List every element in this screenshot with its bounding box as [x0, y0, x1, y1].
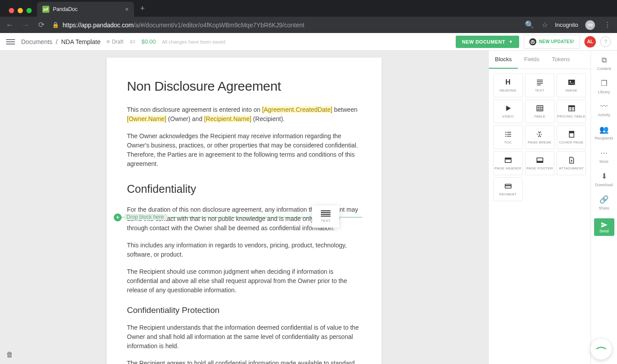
block-label: PAYMENT	[499, 192, 517, 196]
panel-tabs: Blocks Fields Tokens	[489, 51, 591, 69]
intro-paragraph-1[interactable]: This non disclosure agreement is entered…	[127, 105, 361, 124]
block-label: COVER PAGE	[559, 140, 584, 144]
block-table[interactable]: TABLE	[525, 99, 554, 123]
rail-content[interactable]: ⧉Content	[597, 56, 611, 71]
text-icon	[536, 78, 544, 86]
share-icon: 🔗	[599, 195, 609, 204]
document-title[interactable]: Non Disclosure Agreement	[127, 79, 361, 94]
token-owner-name[interactable]: [Owner.Name]	[127, 115, 166, 122]
block-heading[interactable]: HHEADING	[493, 74, 523, 97]
prot-paragraph-2[interactable]: The Recipient agrees to hold all confide…	[127, 359, 361, 364]
new-tab-button[interactable]: +	[134, 4, 151, 17]
document-page[interactable]: Non Disclosure Agreement This non disclo…	[107, 58, 382, 364]
block-cover[interactable]: COVER PAGE	[557, 125, 586, 149]
block-attachment[interactable]: ATTACHMENT	[557, 151, 586, 175]
block-pricing[interactable]: PRICING TABLE	[557, 99, 586, 123]
intro-paragraph-2[interactable]: The Owner acknowledges the Recipient may…	[127, 132, 361, 169]
url-input[interactable]: 🔒 https://app.pandadoc.com/a/#/document/…	[52, 22, 519, 29]
canvas[interactable]: Non Disclosure Agreement This non disclo…	[0, 51, 488, 364]
block-label: PAGE HEADER	[494, 166, 521, 170]
status-text: Draft	[112, 39, 123, 45]
more-icon: ⋯	[600, 148, 608, 158]
browser-tab[interactable]: pd PandaDoc ×	[37, 2, 134, 17]
status-dot-icon	[107, 40, 110, 43]
block-pageheader[interactable]: PAGE HEADER	[493, 151, 523, 175]
prot-paragraph-1[interactable]: The Recipient understands that the infor…	[127, 323, 361, 351]
rail-activity[interactable]: 〰Activity	[598, 102, 610, 117]
trash-button[interactable]: 🗑	[6, 351, 13, 359]
app-frame: Documents / NDA Template Draft 🏷 $0.00 A…	[0, 33, 617, 364]
block-label: PRICING TABLE	[557, 114, 585, 118]
breadcrumb: Documents / NDA Template	[21, 38, 100, 45]
rail-download[interactable]: ⬇Download	[595, 172, 613, 187]
rail-send-button[interactable]: Send	[594, 218, 614, 236]
new-document-label: NEW DOCUMENT	[462, 39, 505, 44]
hamburger-menu-button[interactable]	[6, 39, 15, 44]
url-path: /a/#/document/v1/editor/o4fKopWBm9cMqe7Y…	[134, 22, 305, 29]
rail-library[interactable]: ❐Library	[598, 79, 610, 94]
browser-reload-button[interactable]: ⟳	[36, 20, 47, 29]
window-maximize-icon[interactable]	[26, 8, 32, 13]
block-label: HEADING	[499, 88, 517, 92]
heading-icon: H	[505, 78, 511, 86]
block-pagebreak[interactable]: PAGE BREAK	[525, 125, 554, 149]
send-icon	[601, 221, 608, 228]
panda-icon: 🐼	[529, 38, 536, 45]
conf-paragraph-2[interactable]: This includes any information in regards…	[127, 241, 361, 259]
payment-icon	[504, 182, 512, 190]
status-badge: Draft	[107, 39, 123, 45]
chrome-menu-icon[interactable]: ⋮	[602, 20, 613, 29]
svg-rect-2	[537, 106, 543, 111]
lock-icon: 🔒	[52, 22, 59, 28]
favicon-icon: pd	[42, 6, 49, 13]
block-text[interactable]: TEXT	[525, 74, 554, 97]
block-label: IMAGE	[565, 88, 577, 92]
block-image[interactable]: IMAGE	[557, 74, 586, 97]
pricing-icon	[568, 104, 576, 112]
block-pagefooter[interactable]: PAGE FOOTER	[525, 151, 554, 175]
breadcrumb-separator: /	[56, 38, 58, 45]
new-updates-button[interactable]: 🐼 NEW UPDATES!	[524, 35, 580, 49]
workspace: Non Disclosure Agreement This non disclo…	[0, 51, 617, 364]
pageheader-icon	[504, 156, 512, 164]
block-toc[interactable]: TOC	[493, 125, 523, 149]
rail-recipients[interactable]: 👥Recipients	[595, 125, 613, 140]
cover-icon	[568, 130, 576, 138]
rail-more[interactable]: ⋯More	[599, 148, 609, 164]
breadcrumb-root[interactable]: Documents	[21, 38, 52, 45]
user-avatar[interactable]: AL	[584, 36, 596, 48]
conf-paragraph-3[interactable]: The Recipient should use common judgment…	[127, 267, 361, 295]
new-document-button[interactable]: NEW DOCUMENT ▼	[456, 36, 519, 48]
help-button[interactable]: ?	[600, 37, 611, 47]
tab-strip: pd PandaDoc × +	[0, 0, 617, 17]
block-payment[interactable]: PAYMENT	[493, 177, 523, 201]
tab-blocks[interactable]: Blocks	[489, 51, 518, 69]
bookmark-icon[interactable]: ☆	[542, 21, 548, 29]
block-video[interactable]: VIDEO	[493, 99, 523, 123]
tab-fields[interactable]: Fields	[518, 51, 546, 69]
browser-forward-button[interactable]: →	[20, 21, 31, 29]
app-header: Documents / NDA Template Draft 🏷 $0.00 A…	[0, 33, 617, 51]
svg-point-1	[569, 81, 571, 82]
token-recipient-name[interactable]: [Recipient.Name]	[204, 115, 251, 122]
tab-tokens[interactable]: Tokens	[546, 51, 576, 69]
block-label: ATTACHMENT	[559, 166, 584, 170]
heading-confidentiality[interactable]: Confidentiality	[127, 183, 361, 195]
search-in-page-icon[interactable]: 🔍	[524, 20, 535, 29]
heading-protection[interactable]: Confidentiality Protection	[127, 305, 361, 315]
window-minimize-icon[interactable]	[18, 8, 23, 13]
tag-icon[interactable]: 🏷	[130, 38, 135, 45]
attachment-icon	[568, 156, 576, 164]
library-icon: ❐	[601, 79, 607, 88]
drop-zone-indicator[interactable]: + Drop block here TEXT	[115, 217, 362, 217]
block-label: PAGE BREAK	[528, 140, 552, 144]
document-name[interactable]: NDA Template	[61, 38, 100, 45]
support-icon	[595, 346, 607, 352]
rail-share[interactable]: 🔗Share	[598, 195, 609, 210]
support-fab[interactable]	[591, 338, 612, 360]
tab-close-icon[interactable]: ×	[125, 6, 129, 13]
window-close-icon[interactable]	[9, 8, 14, 13]
token-created-date[interactable]: [Agreement.CreatedDate]	[262, 106, 333, 113]
drop-hint-text: Drop block here	[125, 214, 167, 220]
browser-back-button[interactable]: ←	[4, 21, 15, 29]
